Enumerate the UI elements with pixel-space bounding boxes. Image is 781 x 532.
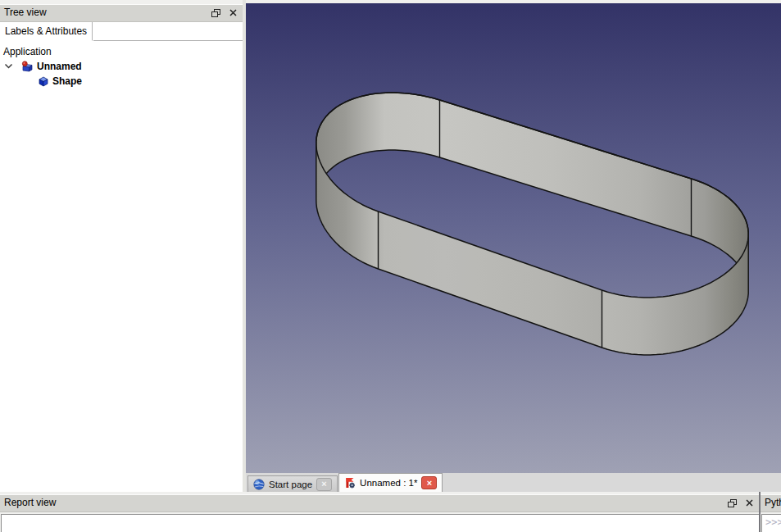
close-icon[interactable] — [744, 498, 755, 508]
viewport-canvas[interactable] — [246, 3, 781, 473]
float-panel-icon[interactable] — [727, 498, 738, 508]
tab-close-icon[interactable]: × — [316, 478, 332, 491]
float-panel-icon[interactable] — [211, 7, 221, 18]
python-prompt: >>> — [762, 515, 781, 528]
tab-label: Unnamed : 1* — [360, 478, 417, 488]
tree-view-tabbar: Labels & Attributes — [0, 22, 243, 41]
freecad-window: Tree view Labels & Attributes Applicatio… — [0, 0, 781, 532]
python-console-title: Pyth — [761, 497, 781, 508]
tab-labels-attributes[interactable]: Labels & Attributes — [0, 22, 93, 41]
chevron-down-icon[interactable] — [4, 63, 14, 70]
mdi-tabbar: Start page × Unnamed : 1* × — [246, 473, 781, 493]
tree-root-application[interactable]: Application — [0, 44, 243, 59]
globe-icon — [253, 479, 265, 490]
report-view-panel: Report view — [0, 492, 759, 532]
report-view-titlebar[interactable]: Report view — [0, 494, 759, 512]
tree-item-unnamed[interactable]: Unnamed — [0, 59, 243, 74]
tree-item-shape[interactable]: Shape — [0, 74, 243, 89]
python-console-panel: Pyth >>> — [761, 492, 781, 532]
python-console-input[interactable]: >>> — [761, 514, 781, 532]
freecad-document-icon — [21, 61, 34, 72]
report-view-title: Report view — [0, 497, 56, 508]
tab-label: Start page — [269, 480, 312, 489]
tree-view-title: Tree view — [0, 7, 47, 18]
close-icon[interactable] — [228, 7, 238, 18]
tree-view-panel: Tree view Labels & Attributes Applicatio… — [0, 0, 243, 492]
report-view-output[interactable] — [1, 514, 759, 532]
tree-item-label: Unnamed — [37, 61, 82, 72]
tree-view-titlebar[interactable]: Tree view — [0, 4, 243, 22]
tab-unnamed-document[interactable]: Unnamed : 1* × — [338, 473, 443, 492]
tree-content: Application Unnam — [0, 41, 243, 89]
freecad-file-icon — [344, 477, 356, 489]
tab-close-icon[interactable]: × — [421, 476, 437, 489]
python-console-titlebar[interactable]: Pyth — [761, 494, 781, 512]
tree-item-label: Shape — [52, 75, 82, 87]
tree-root-label: Application — [3, 46, 52, 57]
tab-start-page[interactable]: Start page × — [247, 475, 338, 492]
part-cube-icon — [38, 75, 50, 87]
